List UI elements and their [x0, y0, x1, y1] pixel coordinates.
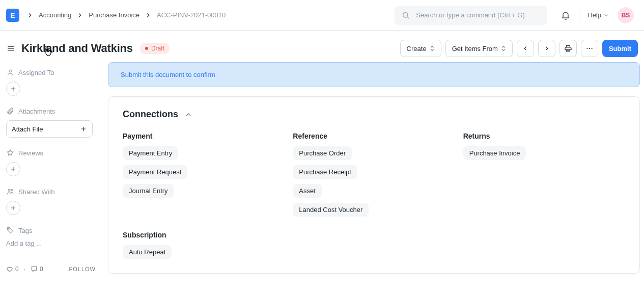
svg-point-7 [9, 229, 10, 230]
search-input[interactable] [415, 11, 540, 19]
connection-chip[interactable]: Payment Request [123, 165, 187, 179]
help-menu[interactable]: Help [587, 11, 609, 19]
sidebar-footer: 0 · 0 FOLLOW [6, 266, 101, 273]
connection-chip[interactable]: Payment Entry [123, 146, 178, 160]
nav-divider [580, 10, 580, 21]
chevron-right-icon [26, 12, 34, 19]
sidebar-shared-with: Shared With [6, 188, 101, 215]
add-share-button[interactable] [6, 201, 20, 215]
connection-chip[interactable]: Purchase Invoice [463, 146, 526, 160]
plus-icon [80, 125, 87, 132]
page-title: Kirkland and Watkins [21, 42, 133, 55]
breadcrumb-item-accounting[interactable]: Accounting [39, 11, 71, 19]
follow-button[interactable]: FOLLOW [69, 266, 96, 272]
select-icon [501, 45, 506, 52]
sidebar-attachments-text: Attachments [18, 108, 55, 115]
connections-card: Connections PaymentPayment EntryPayment … [108, 96, 640, 274]
next-button[interactable] [538, 40, 555, 57]
svg-point-1 [586, 48, 587, 49]
tag-icon [6, 226, 14, 234]
plus-icon [10, 166, 17, 173]
content-area: Submit this document to confirm Connecti… [108, 62, 644, 274]
connections-group: SubscriptionAuto Repeat [123, 231, 285, 259]
create-label: Create [407, 45, 427, 52]
sidebar-reviews-text: Reviews [18, 149, 43, 157]
chevron-left-icon [522, 45, 529, 52]
connection-chip[interactable]: Asset [293, 184, 322, 198]
sidebar: Assigned To Attachments Attach File Revi… [6, 62, 108, 273]
prev-button[interactable] [517, 40, 534, 57]
sidebar-assigned-to: Assigned To [6, 68, 101, 96]
sidebar-tags: Tags Add a tag ... [6, 226, 101, 247]
status-text: Draft [151, 45, 164, 52]
submit-info-banner[interactable]: Submit this document to confirm [108, 62, 640, 87]
connections-title: Connections [123, 109, 178, 120]
paperclip-icon [6, 107, 14, 115]
submit-label: Submit [609, 45, 631, 52]
notifications-button[interactable] [561, 10, 571, 20]
user-icon [6, 68, 14, 76]
likes-count[interactable]: 0 [6, 266, 19, 273]
menu-icon [6, 44, 15, 53]
attach-file-button[interactable]: Attach File [6, 120, 93, 138]
plus-icon [10, 204, 17, 211]
svg-point-2 [589, 48, 590, 49]
connections-group-title: Reference [293, 132, 455, 140]
search-box[interactable] [395, 6, 547, 25]
connections-grid: PaymentPayment EntryPayment RequestJourn… [123, 132, 625, 259]
plus-icon [10, 85, 17, 92]
chevron-up-icon[interactable] [184, 111, 192, 119]
add-tag-input[interactable]: Add a tag ... [6, 240, 101, 247]
help-label: Help [587, 11, 601, 19]
select-icon [430, 45, 435, 52]
breadcrumb-item-purchase-invoice[interactable]: Purchase Invoice [89, 11, 139, 19]
connections-chip-row: Auto Repeat [123, 245, 285, 259]
connection-chip[interactable]: Journal Entry [123, 184, 174, 198]
connection-chip[interactable]: Auto Repeat [123, 245, 172, 259]
connections-group: PaymentPayment EntryPayment RequestJourn… [123, 132, 285, 217]
users-icon [6, 188, 14, 196]
connection-chip[interactable]: Landed Cost Voucher [293, 203, 369, 217]
page-body: Assigned To Attachments Attach File Revi… [0, 62, 644, 274]
sidebar-shared-with-text: Shared With [18, 188, 55, 196]
chevron-right-icon [76, 12, 83, 19]
sidebar-assigned-to-text: Assigned To [18, 69, 54, 76]
add-review-button[interactable] [6, 162, 20, 176]
submit-button[interactable]: Submit [602, 40, 638, 57]
create-button[interactable]: Create [400, 40, 441, 57]
svg-point-0 [403, 12, 408, 17]
heart-icon [6, 266, 13, 273]
connection-chip[interactable]: Purchase Receipt [293, 165, 357, 179]
connections-group-title: Payment [123, 132, 285, 140]
sidebar-label-reviews: Reviews [6, 149, 101, 157]
add-assignee-button[interactable] [6, 82, 20, 96]
print-button[interactable] [559, 40, 577, 57]
connections-chip-row: Purchase Invoice [463, 146, 625, 160]
page-actions: Create Get Items From Submit [400, 40, 638, 57]
comments-count[interactable]: 0 [31, 266, 43, 273]
connection-chip[interactable]: Purchase Order [293, 146, 352, 160]
svg-point-3 [592, 48, 593, 49]
sidebar-attachments: Attachments Attach File [6, 107, 101, 138]
svg-point-5 [8, 189, 10, 191]
breadcrumb: Accounting Purchase Invoice ACC-PINV-202… [26, 11, 226, 19]
comment-icon [31, 266, 38, 273]
get-items-from-button[interactable]: Get Items From [445, 40, 513, 57]
connections-group-title: Subscription [123, 231, 285, 239]
chevron-right-icon [543, 45, 550, 52]
svg-point-4 [9, 70, 12, 72]
likes-number: 0 [15, 266, 19, 273]
user-avatar[interactable]: BS [618, 7, 634, 23]
printer-icon [564, 44, 572, 52]
more-button[interactable] [581, 40, 598, 57]
connections-chip-row: Purchase OrderPurchase ReceiptAssetLande… [293, 146, 455, 217]
star-icon [6, 149, 14, 157]
breadcrumb-current: ACC-PINV-2021-00010 [157, 11, 226, 19]
separator-dot: · [24, 266, 25, 273]
get-items-from-label: Get Items From [452, 45, 498, 52]
connections-group-title: Returns [463, 132, 625, 140]
app-logo[interactable]: E [6, 9, 19, 22]
sidebar-toggle-button[interactable] [6, 44, 15, 53]
search-icon [402, 11, 410, 19]
bell-icon [561, 10, 571, 20]
